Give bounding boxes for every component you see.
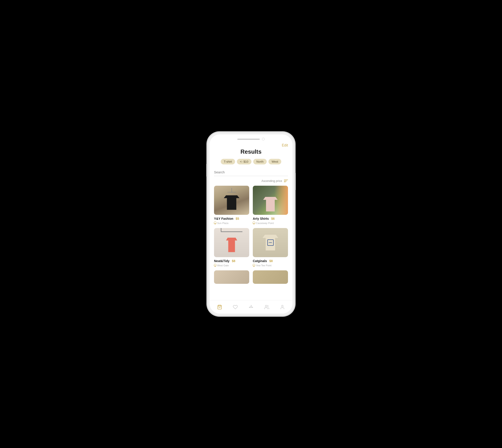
product-name-1: Arty Shirts <box>253 217 269 220</box>
product-card-4[interactable] <box>214 270 249 286</box>
notch-camera <box>262 138 265 141</box>
cart-icon <box>217 304 222 310</box>
location-text-0: Sun Plaza <box>217 222 228 224</box>
tshirt-print: ORIG <box>267 240 274 246</box>
product-image-1 <box>253 186 288 215</box>
location-icon-2 <box>214 264 216 267</box>
product-card-2[interactable]: Neat&Tidy $8 West Gate <box>214 228 249 267</box>
product-image-0 <box>214 186 249 215</box>
sort-icon[interactable] <box>284 180 288 182</box>
svg-point-2 <box>265 305 267 307</box>
person-icon <box>280 304 285 310</box>
rack-visual <box>221 231 242 232</box>
product-info-0: Y&Y Fashion $5 Sun Plaza <box>214 217 249 224</box>
tshirt-visual-3: ORIG <box>263 235 278 250</box>
location-icon-0 <box>214 222 216 224</box>
product-image-4 <box>214 270 249 284</box>
location-icon-1 <box>253 222 255 224</box>
tshirt-pink <box>263 197 278 211</box>
nav-community[interactable] <box>261 303 272 311</box>
location-icon-3 <box>253 264 255 267</box>
sort-line-2 <box>284 181 287 181</box>
phone-screen: Edit Results T-shirt <- $10 North West A… <box>210 134 292 314</box>
phone-device: Edit Results T-shirt <- $10 North West A… <box>207 132 295 316</box>
product-card-3[interactable]: ORIG Catginals $8 Yew Tee Point <box>253 228 288 267</box>
product-info-3: Catginals $8 Yew Tee Point <box>253 259 288 267</box>
product-info-1: Arty Shirts $6 Causeway Point <box>253 217 288 224</box>
location-text-3: Yew Tee Point <box>256 264 271 267</box>
product-info-2: Neat&Tidy $8 West Gate <box>214 259 249 267</box>
edit-button[interactable]: Edit <box>282 143 288 147</box>
filter-tag-north[interactable]: North <box>253 159 267 164</box>
edit-row: Edit <box>214 142 288 148</box>
product-price-3: $8 <box>269 259 273 263</box>
product-card-0[interactable]: Y&Y Fashion $5 Sun Plaza <box>214 186 249 224</box>
product-location-2: West Gate <box>214 264 249 267</box>
product-location-1: Causeway Point <box>253 222 288 224</box>
bottom-nav <box>210 300 292 314</box>
nav-cart[interactable] <box>214 303 225 311</box>
group-icon <box>264 304 269 310</box>
notch-bar <box>237 139 260 140</box>
location-text-1: Causeway Point <box>256 222 274 224</box>
product-location-3: Yew Tee Point <box>253 264 288 267</box>
tshirt-visual-0 <box>224 195 240 210</box>
heart-icon <box>233 304 238 310</box>
product-card-1[interactable]: Arty Shirts $6 Causeway Point <box>253 186 288 224</box>
product-name-0: Y&Y Fashion <box>214 217 233 220</box>
screen-content: Edit Results T-shirt <- $10 North West A… <box>210 142 292 300</box>
svg-point-3 <box>282 305 283 307</box>
product-price-0: $5 <box>236 217 239 220</box>
product-name-2: Neat&Tidy <box>214 259 230 263</box>
tshirt-visual-2 <box>226 238 237 252</box>
filter-tag-tshirt[interactable]: T-shirt <box>221 159 235 164</box>
page-title: Results <box>214 148 288 155</box>
products-grid: Y&Y Fashion $5 Sun Plaza <box>214 186 288 286</box>
product-location-0: Sun Plaza <box>214 222 249 224</box>
location-text-2: West Gate <box>217 264 229 267</box>
filter-tag-price[interactable]: <- $10 <box>237 159 251 164</box>
hanger-icon <box>248 304 254 310</box>
phone-notch <box>210 134 292 142</box>
nav-profile[interactable] <box>277 303 288 311</box>
sort-line-1 <box>284 180 288 180</box>
filter-tag-west[interactable]: West <box>268 159 281 164</box>
search-input[interactable] <box>214 168 288 176</box>
sort-row: Ascending price <box>214 179 288 183</box>
product-image-5 <box>253 270 288 284</box>
search-container <box>214 168 288 176</box>
product-image-3: ORIG <box>253 228 288 257</box>
nav-wardrobe[interactable] <box>246 303 256 311</box>
product-image-2 <box>214 228 249 257</box>
sort-label: Ascending price <box>262 179 282 183</box>
filter-tags: T-shirt <- $10 North West <box>214 159 288 164</box>
product-name-3: Catginals <box>253 259 267 263</box>
nav-favorites[interactable] <box>230 303 241 311</box>
product-card-5[interactable] <box>253 270 288 286</box>
product-price-2: $8 <box>232 259 235 263</box>
sort-line-3 <box>284 182 286 182</box>
product-price-1: $6 <box>271 217 275 220</box>
tshirt-visual-1 <box>263 197 278 214</box>
